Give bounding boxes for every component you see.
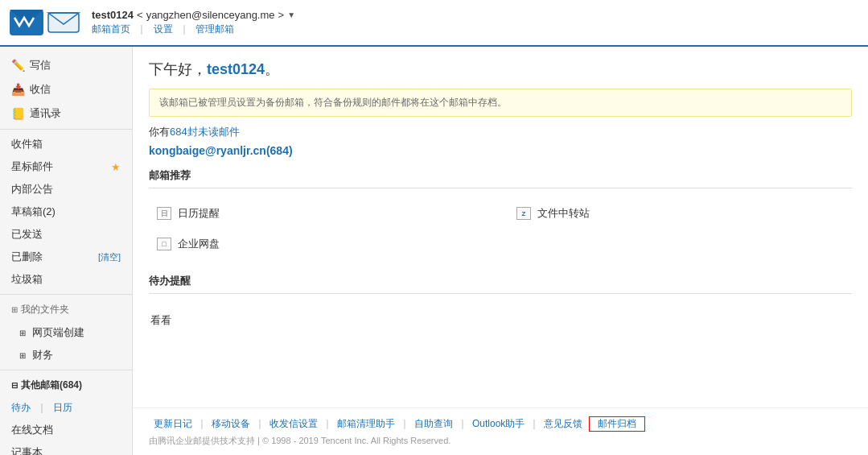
my-folders-header[interactable]: ⊞ 我的文件夹 xyxy=(0,298,132,321)
footer: 更新日记 ｜ 移动设备 ｜ 收发信设置 ｜ 邮箱清理助手 ｜ 自助查询 ｜ Ou… xyxy=(133,407,868,455)
calendar-icon: 日 xyxy=(157,207,171,220)
sidebar-folder2[interactable]: ⊞ 财务 xyxy=(0,344,132,366)
header-email-row: test0124 < yangzhen@silenceyang.me > ▼ xyxy=(92,9,295,21)
calendar-label: 日历提醒 xyxy=(178,206,220,221)
star-icon: ★ xyxy=(111,161,121,173)
contacts-button[interactable]: 📒 通讯录 xyxy=(0,101,132,126)
header-info: test0124 < yangzhen@silenceyang.me > ▼ 邮… xyxy=(92,9,295,36)
enterprise-drive-rec-label: 企业网盘 xyxy=(178,237,220,251)
enterprise-drive-icon: □ xyxy=(157,238,171,250)
footer-links: 更新日记 ｜ 移动设备 ｜ 收发信设置 ｜ 邮箱清理助手 ｜ 自助查询 ｜ Ou… xyxy=(149,416,852,432)
recommend-file-transfer[interactable]: Z 文件中转站 xyxy=(508,201,852,225)
todo-content: 看看 xyxy=(149,307,852,334)
footer-link-outlook[interactable]: Outlook助手 xyxy=(467,417,529,431)
sidebar-item-notepad[interactable]: 记事本 xyxy=(0,441,132,455)
sidebar-divider1 xyxy=(0,129,132,130)
nav-home-link[interactable]: 邮箱首页 xyxy=(92,23,130,35)
footer-copyright: 由腾讯企业邮提供技术支持 | © 1998 - 2019 Tencent Inc… xyxy=(149,435,852,447)
nav-manage-link[interactable]: 管理邮箱 xyxy=(195,23,234,35)
sidebar-item-online-docs[interactable]: 在线文档 xyxy=(0,419,132,441)
sidebar-item-inbox[interactable]: 收件箱 xyxy=(0,133,132,155)
nav-settings-link[interactable]: 设置 xyxy=(154,23,173,35)
compose-button[interactable]: ✏️ 写信 xyxy=(0,53,132,77)
file-transfer-icon: Z xyxy=(516,207,531,220)
header-email-bracket: < xyxy=(137,9,143,21)
recommend-grid: 日 日历提醒 Z 文件中转站 □ 企业网盘 xyxy=(149,196,852,261)
greeting-suffix: 。 xyxy=(265,61,279,77)
unread-text: 封未读邮件 xyxy=(187,126,240,138)
footer-link-cleaner[interactable]: 邮箱清理助手 xyxy=(332,417,400,431)
drafts-label: 草稿箱(2) xyxy=(11,205,56,219)
file-transfer-rec-label: 文件中转站 xyxy=(537,206,590,221)
folder-toggle-icon: ⊞ xyxy=(11,305,18,314)
footer-link-archive[interactable]: 邮件归档 xyxy=(593,418,641,429)
logo xyxy=(10,6,82,39)
header-username: test0124 xyxy=(92,9,134,21)
main-content: 下午好，test0124。 该邮箱已被管理员设置为备份邮箱，符合备份规则的邮件都… xyxy=(133,47,868,407)
greeting-prefix: 下午好， xyxy=(149,61,207,77)
inbox-label: 收件箱 xyxy=(11,137,43,151)
online-docs-label: 在线文档 xyxy=(11,423,53,437)
other-mailbox-toggle-icon: ⊟ xyxy=(11,381,18,390)
sidebar-todo-calendar: 待办 ｜ 日历 xyxy=(0,397,132,419)
nav-sep1: ｜ xyxy=(137,23,146,35)
footer-link-archive-box: 邮件归档 xyxy=(589,416,645,432)
email-account-display: kongbaige@ryanljr.cn(684) xyxy=(149,144,852,157)
folder1-toggle: ⊞ xyxy=(19,329,26,337)
contacts-label: 通讯录 xyxy=(30,106,61,121)
header: test0124 < yangzhen@silenceyang.me > ▼ 邮… xyxy=(0,0,868,47)
dropdown-arrow-icon[interactable]: ▼ xyxy=(287,10,295,19)
footer-link-query[interactable]: 自助查询 xyxy=(409,417,458,431)
sidebar-item-notice[interactable]: 内部公告 xyxy=(0,178,132,201)
footer-link-update[interactable]: 更新日记 xyxy=(149,417,197,431)
header-nav: 邮箱首页 ｜ 设置 ｜ 管理邮箱 xyxy=(92,23,295,36)
sidebar-item-trash[interactable]: 垃圾箱 xyxy=(0,268,132,291)
greeting-text: 下午好，test0124。 xyxy=(149,60,852,79)
footer-link-feedback[interactable]: 意见反馈 xyxy=(539,417,587,431)
sidebar-item-starred[interactable]: 星标邮件 ★ xyxy=(0,155,132,178)
sidebar-divider3 xyxy=(0,370,132,370)
sidebar-todo-link[interactable]: 待办 xyxy=(11,401,31,415)
footer-link-settings[interactable]: 收发信设置 xyxy=(265,417,323,431)
inbox-action-button[interactable]: 📥 收信 xyxy=(0,77,132,101)
inbox-action-label: 收信 xyxy=(30,82,51,97)
my-folders-label: 我的文件夹 xyxy=(21,303,69,316)
footer-link-mobile[interactable]: 移动设备 xyxy=(207,417,255,431)
compose-icon: ✏️ xyxy=(11,59,25,72)
unread-count: 684 xyxy=(170,126,187,138)
sidebar-calendar-link[interactable]: 日历 xyxy=(53,401,72,415)
other-mailbox-label: 其他邮箱(684) xyxy=(21,378,82,392)
sidebar-folder1[interactable]: ⊞ 网页端创建 xyxy=(0,321,132,344)
header-email-address: yangzhen@silenceyang.me xyxy=(146,9,275,21)
nav-sep2: ｜ xyxy=(179,23,189,35)
folder2-label: 财务 xyxy=(32,349,53,361)
inbox-action-icon: 📥 xyxy=(11,83,25,96)
unread-info: 你有684封未读邮件 xyxy=(149,125,852,139)
recommend-enterprise-drive[interactable]: □ 企业网盘 xyxy=(149,232,492,256)
sidebar: ✏️ 写信 📥 收信 📒 通讯录 收件箱 星标邮件 ★ 内部公告 草稿箱(2) … xyxy=(0,47,133,455)
notice-box: 该邮箱已被管理员设置为备份邮箱，符合备份规则的邮件都将在这个邮箱中存档。 xyxy=(149,89,852,117)
deleted-clear-btn[interactable]: [清空] xyxy=(98,251,121,263)
trash-label: 垃圾箱 xyxy=(11,272,43,287)
notice-label: 内部公告 xyxy=(11,182,53,196)
inline-sep1: ｜ xyxy=(37,401,47,415)
unread-count-link[interactable]: 684封未读邮件 xyxy=(170,126,240,138)
starred-label: 星标邮件 xyxy=(11,159,53,174)
recommend-calendar[interactable]: 日 日历提醒 xyxy=(149,201,492,225)
deleted-label: 已删除 xyxy=(11,250,43,264)
folder1-label: 网页端创建 xyxy=(32,326,84,338)
folder2-toggle: ⊞ xyxy=(19,351,26,360)
sidebar-item-sent[interactable]: 已发送 xyxy=(0,223,132,246)
recommend-section-title: 邮箱推荐 xyxy=(149,168,852,188)
sidebar-item-deleted[interactable]: 已删除 [清空] xyxy=(0,246,132,268)
compose-label: 写信 xyxy=(30,58,51,72)
unread-prefix: 你有 xyxy=(149,126,170,138)
notepad-label: 记事本 xyxy=(11,445,43,455)
main-layout: ✏️ 写信 📥 收信 📒 通讯录 收件箱 星标邮件 ★ 内部公告 草稿箱(2) … xyxy=(0,47,868,455)
header-email-bracket-close: > xyxy=(278,9,285,21)
sidebar-divider2 xyxy=(0,294,132,295)
sidebar-item-drafts[interactable]: 草稿箱(2) xyxy=(0,201,132,223)
email-account-link[interactable]: kongbaige@ryanljr.cn(684) xyxy=(149,144,293,157)
notice-text: 该邮箱已被管理员设置为备份邮箱，符合备份规则的邮件都将在这个邮箱中存档。 xyxy=(159,97,507,108)
other-mailbox-header[interactable]: ⊟ 其他邮箱(684) xyxy=(0,374,132,397)
